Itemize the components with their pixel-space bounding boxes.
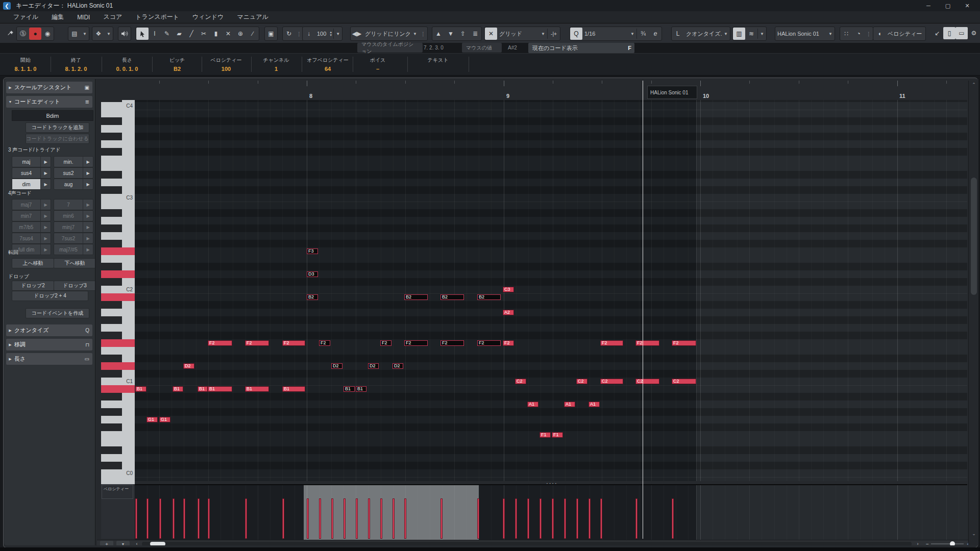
midi-note-C2[interactable]: C2 [515, 379, 526, 384]
velocity-bar[interactable] [380, 498, 382, 539]
link-kebab-icon[interactable]: ⋮ [419, 31, 427, 37]
mute-tool[interactable]: ✕ [222, 28, 234, 40]
midi-note-F2[interactable]: F2 [245, 340, 269, 346]
chord-button-maj[interactable]: maj▶ [12, 156, 51, 167]
midi-note-B1[interactable]: B1 [173, 386, 183, 392]
add-chord-track-button[interactable]: コードトラックを追加 [26, 122, 89, 133]
midi-note-F2[interactable]: F2 [672, 340, 696, 346]
midi-note-B1[interactable]: B1 [356, 386, 366, 392]
info-field-7[interactable]: ボイス– [353, 57, 402, 72]
menu-item-4[interactable]: トランスポート [135, 13, 179, 21]
white-key[interactable] [101, 217, 135, 224]
vertical-scrollbar-handle[interactable] [971, 178, 977, 295]
midi-note-A1[interactable]: A1 [527, 402, 538, 407]
zoom-slider-handle[interactable] [950, 541, 955, 545]
part-edit-mode-icon[interactable]: ▥ [733, 28, 745, 40]
scroll-up-icon[interactable]: ⌃ [969, 81, 978, 89]
drop-button-0[interactable]: ドロップ2 [12, 281, 54, 291]
draw-tool[interactable]: ✎ [161, 28, 173, 40]
midi-note-F3[interactable]: F3 [307, 248, 318, 254]
event-colors-icon[interactable]: ▣ [265, 28, 277, 40]
midi-note-F1[interactable]: F1 [552, 432, 563, 438]
white-key[interactable] [101, 163, 135, 171]
chord-button-min[interactable]: min.▶ [54, 156, 93, 167]
midi-note-C3[interactable]: C3 [503, 287, 514, 292]
chord-play-icon[interactable]: ▶ [83, 233, 93, 243]
link-to-grid-select[interactable]: グリッドにリンク [363, 30, 411, 38]
midi-note-D2[interactable]: D2 [183, 363, 194, 369]
white-key[interactable] [101, 324, 135, 332]
midi-note-D2[interactable]: D2 [331, 363, 342, 369]
velocity-lane[interactable] [135, 484, 967, 540]
info-field-3[interactable]: ピッチB2 [153, 57, 202, 72]
section-chord-edit[interactable]: ▼コードエディット ≣ [6, 96, 92, 108]
black-key[interactable] [101, 171, 135, 179]
velocity-bar[interactable] [198, 498, 200, 539]
menu-item-5[interactable]: ウィンドウ [192, 13, 224, 21]
menu-item-2[interactable]: MIDI [77, 14, 90, 21]
note-grid[interactable]: B1G1G1B1D2B1F2B1F2B1F2B1B2D3F3F2D2B1B1D2… [135, 100, 967, 481]
white-key[interactable] [101, 347, 135, 355]
minimize-button[interactable]: ─ [919, 0, 938, 11]
velocity-bar[interactable] [319, 498, 321, 539]
velocity-bar[interactable] [477, 498, 479, 539]
chord-button-7[interactable]: 7▶ [54, 199, 93, 210]
velocity-bar[interactable] [135, 498, 137, 539]
velocity-bar[interactable] [146, 498, 149, 539]
velocity-bar[interactable] [331, 498, 333, 539]
velocity-bar[interactable] [245, 498, 247, 539]
midi-note-F2[interactable]: F2 [282, 340, 305, 346]
midi-note-F2[interactable]: F2 [635, 340, 659, 346]
part-list-icon[interactable]: ≋ [745, 28, 757, 40]
create-chord-event-button[interactable]: コードイベントを作成 [26, 308, 89, 318]
velocity-bar[interactable] [159, 498, 161, 539]
info-field-0[interactable]: 開始8. 1. 1. 0 [1, 57, 50, 72]
midi-note-G1[interactable]: G1 [146, 417, 158, 422]
velocity-bar[interactable] [344, 498, 346, 539]
independent-loop-icon[interactable]: ↻ [283, 28, 295, 40]
white-key[interactable] [101, 293, 135, 301]
white-key[interactable] [101, 400, 135, 408]
velocity-bar[interactable] [527, 498, 529, 539]
midi-note-A1[interactable]: A1 [589, 402, 600, 407]
white-key[interactable] [101, 454, 135, 462]
chord-play-icon[interactable]: ▶ [83, 199, 93, 210]
midi-note-B1[interactable]: B1 [282, 386, 305, 392]
quantize-preset-dropdown[interactable]: ▼ [628, 32, 636, 36]
velocity-bar[interactable] [368, 498, 370, 539]
erase-tool[interactable]: ▰ [173, 28, 185, 40]
midi-note-B1[interactable]: B1 [198, 386, 208, 392]
black-key[interactable] [101, 316, 135, 324]
midi-note-C2[interactable]: C2 [600, 379, 623, 384]
black-key[interactable] [101, 332, 135, 339]
section-quantize[interactable]: ▶クオンタイズ Q [6, 324, 92, 336]
controller-selector[interactable]: ベロシティー [886, 30, 925, 38]
horizontal-scrollbar[interactable] [142, 542, 912, 545]
pin-icon[interactable] [4, 27, 16, 39]
black-key[interactable] [101, 148, 135, 156]
move-up-icon[interactable]: ▲ [432, 28, 445, 40]
chord-button-aug[interactable]: aug▶ [54, 179, 93, 190]
split-tool[interactable]: ✂ [198, 28, 210, 40]
chord-play-icon[interactable]: ▶ [83, 168, 93, 178]
midi-note-F2[interactable]: F2 [440, 340, 464, 346]
white-key[interactable] [101, 439, 135, 446]
velocity-bar[interactable] [282, 498, 284, 539]
show-lower-zone-icon[interactable]: ▭ [955, 27, 968, 39]
velocity-bar[interactable] [393, 498, 395, 539]
maximize-button[interactable]: ▢ [938, 0, 958, 11]
insert-velocity-dropdown[interactable]: ▼ [334, 32, 342, 36]
match-chord-track-button[interactable]: コードトラックに合わせる [26, 134, 89, 144]
chord-button-maj75[interactable]: maj7/#5▶ [54, 244, 93, 255]
drop-button-1[interactable]: ドロップ3 [54, 281, 95, 291]
section-scale-assistant[interactable]: ▶スケールアシスタント ▣ [6, 82, 92, 93]
chord-play-icon[interactable]: ▶ [40, 233, 51, 243]
vertical-scrollbar[interactable]: ⌃ ⌄ [968, 81, 978, 545]
lane-preset-dropdown[interactable]: ▼ [116, 541, 130, 545]
midi-note-B1[interactable]: B1 [208, 386, 232, 392]
midi-note-D2[interactable]: D2 [368, 363, 379, 369]
midi-note-F1[interactable]: F1 [540, 432, 551, 438]
section-length[interactable]: ▶長さ ▭ [6, 353, 92, 365]
midi-note-F2[interactable]: F2 [380, 340, 391, 346]
black-key[interactable] [101, 263, 135, 270]
